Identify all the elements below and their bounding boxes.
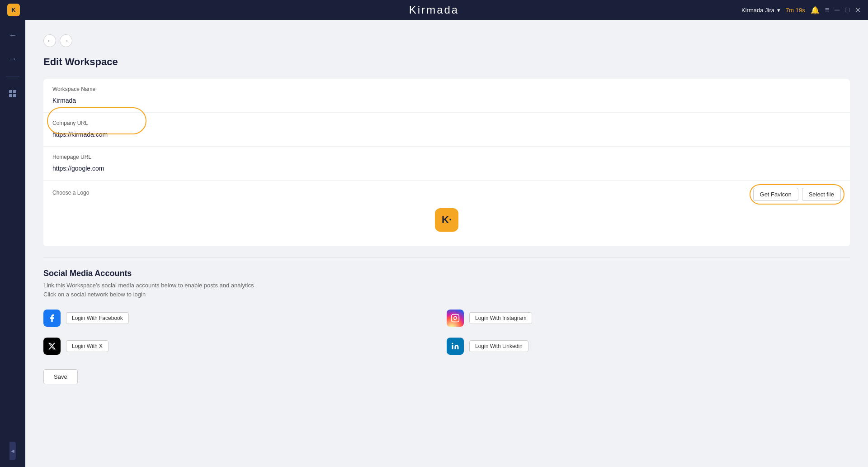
social-media-section: Social Media Accounts Link this Workspac… <box>43 269 850 355</box>
logo-row: Choose a Logo Get Favicon Select file <box>52 188 841 201</box>
logo-buttons: Get Favicon Select file <box>753 188 841 201</box>
workspace-name-label: Kirmada Jira <box>741 7 774 14</box>
edit-workspace-form: Workspace Name Company URL Homepage URL <box>43 79 850 247</box>
close-icon[interactable]: ✕ <box>855 6 861 14</box>
svg-rect-6 <box>452 345 453 349</box>
instagram-icon <box>447 310 464 327</box>
timer-display: 7m 19s <box>786 7 805 14</box>
login-instagram-button[interactable]: Login With Instagram <box>469 312 532 324</box>
choose-logo-label: Choose a Logo <box>52 190 89 196</box>
social-item-facebook: Login With Facebook <box>43 310 447 327</box>
nav-back-button[interactable]: ← <box>43 34 56 47</box>
workspace-name-input[interactable] <box>52 96 841 105</box>
svg-rect-2 <box>9 94 12 97</box>
social-item-linkedin: Login With Linkedin <box>447 338 850 355</box>
social-subtitle: Link this Workspace's social media accou… <box>43 281 850 299</box>
login-twitter-button[interactable]: Login With X <box>66 340 108 352</box>
logo-icon: K· <box>435 208 458 232</box>
bell-icon[interactable]: 🔔 <box>811 6 820 14</box>
sidebar-item-grid[interactable] <box>5 86 21 102</box>
save-section: Save <box>43 369 850 384</box>
workspace-name-field: Workspace Name <box>43 79 850 113</box>
sidebar-item-back[interactable]: ← <box>5 27 21 43</box>
twitter-icon <box>43 338 61 355</box>
linkedin-icon <box>447 338 464 355</box>
social-item-instagram: Login With Instagram <box>447 310 850 327</box>
app-body: ← → ◀ ← → Edit Workspace Workspace Name <box>0 20 868 467</box>
social-grid: Login With Facebook Login With Instagram <box>43 310 850 355</box>
svg-rect-3 <box>13 94 16 97</box>
social-item-twitter: Login With X <box>43 338 447 355</box>
logo-preview: K· <box>52 201 841 239</box>
homepage-url-input[interactable] <box>52 164 841 173</box>
homepage-url-label: Homepage URL <box>52 154 841 160</box>
chevron-down-icon[interactable]: ▾ <box>777 7 780 14</box>
login-facebook-button[interactable]: Login With Facebook <box>66 312 129 324</box>
sidebar-collapse-btn[interactable]: ◀ <box>9 442 16 460</box>
svg-rect-4 <box>452 315 459 322</box>
sidebar-item-forward[interactable]: → <box>5 51 21 67</box>
svg-point-7 <box>452 343 453 344</box>
page-nav: ← → <box>43 34 850 47</box>
company-url-label: Company URL <box>52 120 841 126</box>
save-button[interactable]: Save <box>43 369 78 384</box>
svg-rect-1 <box>13 90 16 93</box>
facebook-icon <box>43 310 61 327</box>
app-logo: K <box>7 4 20 16</box>
nav-left: K <box>7 4 20 16</box>
social-title: Social Media Accounts <box>43 269 850 278</box>
get-favicon-button[interactable]: Get Favicon <box>753 188 798 201</box>
menu-icon[interactable]: ≡ <box>825 6 829 14</box>
maximize-icon[interactable]: □ <box>845 6 849 14</box>
choose-logo-section: Choose a Logo Get Favicon Select file K· <box>43 181 850 247</box>
sidebar: ← → ◀ <box>0 20 25 467</box>
nav-forward-button[interactable]: → <box>60 34 72 47</box>
top-nav: K Kirmada Kirmada Jira ▾ 7m 19s 🔔 ≡ ─ □ … <box>0 0 868 20</box>
workspace-name-label: Workspace Name <box>52 86 841 92</box>
homepage-url-field: Homepage URL <box>43 147 850 181</box>
svg-rect-0 <box>9 90 12 93</box>
select-file-button[interactable]: Select file <box>802 188 841 201</box>
company-url-field: Company URL <box>43 113 850 147</box>
kirmada-title: Kirmada <box>409 4 459 16</box>
company-url-wrapper: Company URL <box>52 120 841 139</box>
workspace-selector[interactable]: Kirmada Jira ▾ <box>741 7 780 14</box>
login-linkedin-button[interactable]: Login With Linkedin <box>469 340 528 352</box>
section-divider <box>43 257 850 258</box>
page-title: Edit Workspace <box>43 56 850 68</box>
sidebar-divider <box>6 76 19 76</box>
company-url-input[interactable] <box>52 130 841 139</box>
minimize-icon[interactable]: ─ <box>835 6 840 14</box>
nav-right: Kirmada Jira ▾ 7m 19s 🔔 ≡ ─ □ ✕ <box>741 6 861 14</box>
main-content: ← → Edit Workspace Workspace Name Compan… <box>25 20 868 467</box>
app-name: Kirmada <box>409 4 459 16</box>
